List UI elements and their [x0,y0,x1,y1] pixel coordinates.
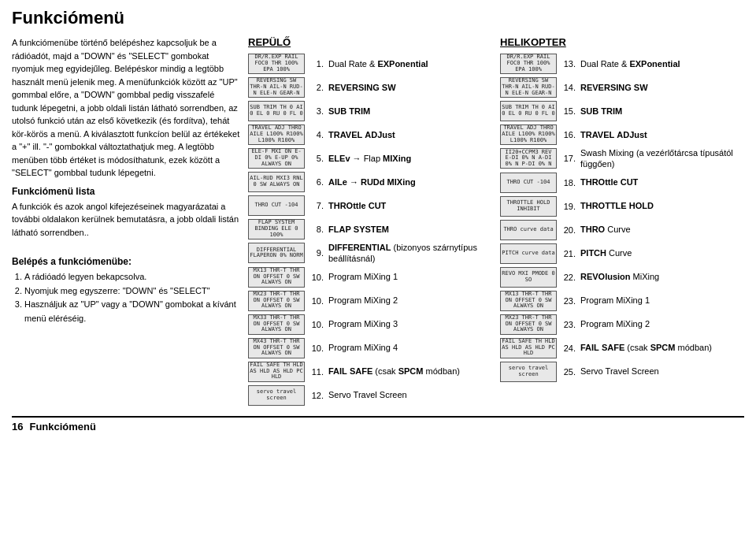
screen-display: MX33 THR-T THR ON OFFSET 0 SW ALWAYS ON [248,314,305,335]
screen-display: THROTTLE HOLD INHIBIT [500,196,557,217]
screen-display: II20+CCPM3 REV E-DI 0% N A-DI 0% N P-DI … [500,148,557,169]
list-item: FLAP SYSTEM BINDING ELE 0 100%8.FLAP SYS… [248,218,492,240]
item-label: TRAVEL ADJust [328,129,395,140]
item-label: THROTTLE HOLD [580,200,654,211]
screen-display: servo travel screen [248,385,305,406]
list-item: THROTTLE HOLD INHIBIT19.THROTTLE HOLD [500,195,744,217]
screen-display: MX23 THR-T THR ON OFFSET 0 SW ALWAYS ON [248,291,305,311]
list-item: FAIL SAFE TH HLD AS HLD AS HLD PC HLD24.… [500,337,744,359]
item-number: 9. [309,248,324,258]
item-label: PITCH Curve [580,247,632,258]
item-number: 12. [309,391,324,400]
item-number: 22. [561,273,576,282]
item-number: 24. [561,343,576,353]
list-item: Használjuk az "UP" vagy a "DOWN" gomboka… [24,298,240,325]
list-item: TRAVEL ADJ THRO AILE L100% R100% L100% R… [500,124,744,146]
item-number: 15. [561,106,576,116]
item-label: Dual Rate & EXPonential [328,58,428,69]
item-label: AILe → RUDd MIXing [328,176,416,188]
item-number: 23. [561,320,576,329]
list-item: THRO CUT -10418.THROttle CUT [500,172,744,194]
item-number: 10. [309,273,324,282]
entry-list: A rádióadó legyen bekapcsolva. Nyomjuk m… [24,270,240,325]
list-item: servo travel screen25.Servo Travel Scree… [500,361,744,383]
helikopter-title: HELIKOPTER [500,36,744,48]
left-column: A funkciómenübe történő belépéshez kapcs… [12,36,240,407]
intro-text: A funkciómenübe történő belépéshez kapcs… [12,36,240,180]
item-label: Program MiXing 1 [328,271,398,282]
screen-display: DR/R.EXP RAIL FOC0 THR 100% EPA 100% [248,54,305,74]
item-label: SUB TRIM [328,106,370,117]
screen-display: MX43 THR-T THR ON OFFSET 0 SW ALWAYS ON [248,338,305,358]
item-label: THROttle CUT [328,200,386,211]
item-label: TRAVEL ADJust [580,129,647,140]
item-number: 16. [561,130,576,139]
list-item: II20+CCPM3 REV E-DI 0% N A-DI 0% N P-DI … [500,147,744,170]
screen-display: FLAP SYSTEM BINDING ELE 0 100% [248,219,305,240]
screen-display: PITCH curve data [500,243,557,264]
item-label: Program MiXing 1 [580,295,650,306]
list-item: MX33 THR-T THR ON OFFSET 0 SW ALWAYS ON1… [248,314,492,336]
list-title: Funkciómenü lista [12,186,240,197]
item-number: 4. [309,130,324,139]
list-item: SUB TRIM TH 0 AI 0 EL 0 RU 0 FL 03.SUB T… [248,100,492,122]
screen-display: THRO CUT -104 [248,195,305,216]
list-item: MX43 THR-T THR ON OFFSET 0 SW ALWAYS ON1… [248,337,492,359]
item-label: Program MiXing 2 [328,295,398,306]
item-number: 3. [309,106,324,116]
repulo-column: REPÜLŐ DR/R.EXP RAIL FOC0 THR 100% EPA 1… [248,36,492,407]
list-item: AIL-RUD MXI3 RNL 0 SW ALWAYS ON6.AILe → … [248,171,492,193]
repulo-item-list: DR/R.EXP RAIL FOC0 THR 100% EPA 100%1.Du… [248,53,492,407]
item-label: Servo Travel Screen [580,366,659,377]
screen-display: REVO MXI PMODE 0 SO [500,267,557,288]
list-item: DR/R.EXP RAIL FOC0 THR 100% EPA 100%13.D… [500,53,744,75]
footer-page: 16 [12,421,23,433]
footer-title: Funkciómenü [29,421,96,433]
screen-display: SUB TRIM TH 0 AI 0 EL 0 RU 0 FL 0 [500,101,557,121]
item-label: Swash Mixing (a vezérlőtárcsa típusától … [580,147,744,170]
screen-display: MX23 THR-T THR ON OFFSET 0 SW ALWAYS ON [500,314,557,335]
screen-display: THRO CUT -104 [500,173,557,193]
list-item: PITCH curve data21.PITCH Curve [500,243,744,265]
screen-display: REVERSING SW THR-N AIL-N RUD-N ELE-N GEA… [500,77,557,98]
item-number: 10. [309,296,324,306]
item-number: 21. [561,249,576,258]
screen-display: MX13 THR-T THR ON OFFSET 0 SW ALWAYS ON [248,267,305,288]
item-label: Program MiXing 2 [580,318,650,329]
item-number: 18. [561,178,576,188]
screen-display: FAIL SAFE TH HLD AS HLD AS HLD PC HLD [248,362,305,382]
list-item: Nyomjuk meg egyszerre: "DOWN" és "SELECT… [24,284,240,299]
list-item: DIFFERENTIAL FLAPERON 0% NORM9.DIFFERENT… [248,242,492,265]
item-number: 6. [309,177,324,187]
screen-display: DR/R.EXP RAIL FOC0 THR 100% EPA 100% [500,54,557,74]
list-item: SUB TRIM TH 0 AI 0 EL 0 RU 0 FL 015.SUB … [500,100,744,122]
item-number: 13. [561,59,576,69]
screen-display: REVERSING SW THR-N AIL-N RUD-N ELE-N GEA… [248,77,305,98]
item-label: FLAP SYSTEM [328,224,389,235]
item-label: SUB TRIM [580,106,622,117]
item-label: ELEv → Flap MIXing [328,153,411,164]
item-label: DIFFERENTIAL (bizonyos szárnytípus beáll… [328,242,492,265]
item-number: 10. [309,343,324,353]
item-number: 23. [561,296,576,306]
screen-display: SUB TRIM TH 0 AI 0 EL 0 RU 0 FL 0 [248,101,305,121]
list-item: FAIL SAFE TH HLD AS HLD AS HLD PC HLD11.… [248,361,492,383]
item-label: REVERSING SW [328,82,396,93]
item-number: 8. [309,225,324,234]
helikopter-column: HELIKOPTER DR/R.EXP RAIL FOC0 THR 100% E… [500,36,744,407]
item-number: 19. [561,202,576,211]
list-item: MX13 THR-T THR ON OFFSET 0 SW ALWAYS ON2… [500,290,744,312]
item-label: FAIL SAFE (csak SPCM módban) [328,366,460,377]
repulo-title: REPÜLŐ [248,36,492,48]
item-number: 1. [309,59,324,69]
screen-display: servo travel screen [500,362,557,382]
item-label: Dual Rate & EXPonential [580,58,680,69]
list-item: TRAVEL ADJ THRO AILE L100% R100% L100% R… [248,124,492,146]
list-item: REVO MXI PMODE 0 SO22.REVOlusion MiXing [500,266,744,288]
list-desc: A funkciók és azok angol kifejezéseinek … [12,200,240,240]
page-title: Funkciómenü [12,8,744,28]
list-item: THRO CUT -1047.THROttle CUT [248,195,492,217]
list-item: ELE-F MXI ON E-DI 0% E-UP 0% ALWAYS ON5.… [248,147,492,169]
item-number: 14. [561,83,576,92]
item-label: Program MiXing 4 [328,342,398,353]
